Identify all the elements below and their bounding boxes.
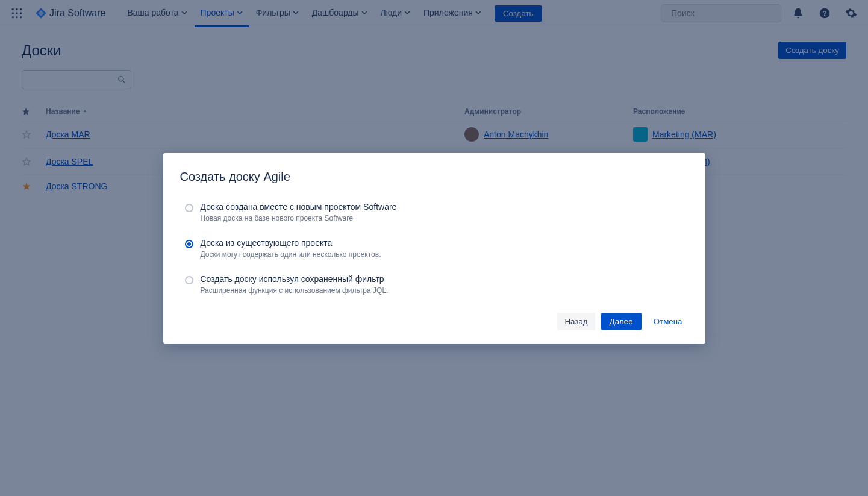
create-board-modal: Создать доску Agile Доска создана вместе…	[163, 153, 705, 212]
option-label: Доска создана вместе с новым проектом So…	[201, 202, 397, 212]
option-new-software-project[interactable]: Доска создана вместе с новым проектом So…	[180, 196, 688, 212]
modal-title: Создать доску Agile	[180, 170, 688, 184]
radio-icon	[185, 204, 193, 212]
